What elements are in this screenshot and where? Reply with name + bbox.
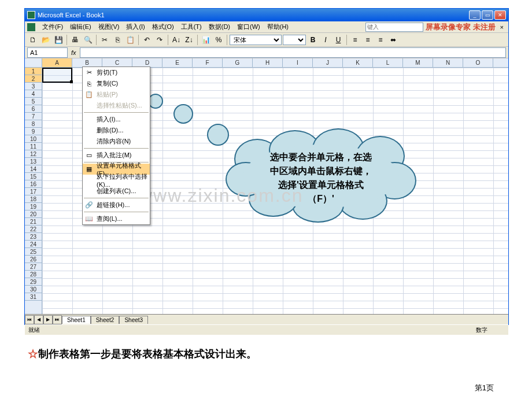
row-header-15[interactable]: 15 bbox=[25, 173, 42, 180]
align-left-button[interactable]: ≡ bbox=[349, 34, 361, 46]
menu-tools[interactable]: 工具(T) bbox=[178, 21, 205, 32]
underline-button[interactable]: U bbox=[332, 34, 344, 46]
minimize-button[interactable]: _ bbox=[469, 10, 481, 20]
context-menu-item[interactable]: ✂剪切(T) bbox=[83, 67, 150, 78]
name-box[interactable] bbox=[27, 47, 68, 58]
zoom-button[interactable]: % bbox=[213, 34, 224, 46]
merge-button[interactable]: ⬌ bbox=[387, 34, 399, 46]
cut-button[interactable]: ✂ bbox=[99, 34, 110, 46]
row-header-7[interactable]: 7 bbox=[25, 113, 42, 120]
menu-data[interactable]: 数据(D) bbox=[205, 21, 234, 32]
context-menu-item[interactable]: 删除(D)... bbox=[83, 125, 150, 136]
row-header-31[interactable]: 31 bbox=[25, 293, 42, 301]
col-header-a[interactable]: A bbox=[42, 58, 72, 67]
fx-icon[interactable]: fx bbox=[71, 49, 76, 56]
font-name-select[interactable]: 宋体 bbox=[230, 35, 282, 45]
context-menu-item[interactable]: 从下拉列表中选择(K)... bbox=[83, 175, 150, 186]
row-header-5[interactable]: 5 bbox=[25, 98, 42, 105]
col-header-k[interactable]: K bbox=[343, 58, 373, 67]
menu-format[interactable]: 格式(O) bbox=[149, 21, 178, 32]
col-header-g[interactable]: G bbox=[223, 58, 253, 67]
col-header-i[interactable]: I bbox=[283, 58, 313, 67]
close-button[interactable]: ✕ bbox=[494, 10, 506, 20]
context-menu-item[interactable]: 清除内容(N) bbox=[83, 136, 150, 147]
sheet-tab-2[interactable]: Sheet2 bbox=[91, 316, 120, 324]
menu-view[interactable]: 视图(V) bbox=[95, 21, 123, 32]
row-header-22[interactable]: 22 bbox=[25, 226, 42, 233]
col-header-n[interactable]: N bbox=[433, 58, 463, 67]
row-header-26[interactable]: 26 bbox=[25, 256, 42, 263]
row-header-3[interactable]: 3 bbox=[25, 83, 42, 90]
preview-button[interactable]: 🔍 bbox=[82, 34, 94, 46]
row-header-10[interactable]: 10 bbox=[25, 135, 42, 143]
align-center-button[interactable]: ≡ bbox=[362, 34, 374, 46]
tab-nav-next[interactable]: ▶ bbox=[43, 315, 53, 324]
context-menu-item[interactable]: ⎘复制(C) bbox=[83, 78, 150, 89]
col-header-e[interactable]: E bbox=[162, 58, 193, 67]
row-header-1[interactable]: 1 bbox=[25, 68, 42, 75]
print-button[interactable]: 🖶 bbox=[69, 34, 81, 46]
menu-insert[interactable]: 插入(I) bbox=[123, 21, 148, 32]
sort-asc-button[interactable]: A↓ bbox=[171, 34, 182, 46]
context-menu-item[interactable]: 📖查阅(L)... bbox=[83, 213, 150, 224]
row-header-11[interactable]: 11 bbox=[25, 143, 42, 150]
document-close-button[interactable]: × bbox=[498, 24, 506, 31]
col-header-c[interactable]: C bbox=[102, 58, 132, 67]
col-header-d[interactable]: D bbox=[132, 58, 162, 67]
row-header-13[interactable]: 13 bbox=[25, 158, 42, 165]
font-size-select[interactable] bbox=[283, 35, 306, 45]
sort-desc-button[interactable]: Z↓ bbox=[183, 34, 195, 46]
select-all-corner[interactable] bbox=[25, 58, 42, 67]
tab-nav-prev[interactable]: ◀ bbox=[34, 315, 43, 324]
menu-help[interactable]: 帮助(H) bbox=[264, 21, 292, 32]
row-header-21[interactable]: 21 bbox=[25, 218, 42, 226]
tab-nav-last[interactable]: ⏭ bbox=[53, 315, 62, 324]
context-menu-item[interactable]: ▭插入批注(M) bbox=[83, 150, 150, 161]
undo-button[interactable]: ↶ bbox=[141, 34, 153, 46]
row-header-25[interactable]: 25 bbox=[25, 248, 42, 256]
row-header-19[interactable]: 19 bbox=[25, 203, 42, 210]
maximize-button[interactable]: ▭ bbox=[482, 10, 493, 20]
copy-button[interactable]: ⎘ bbox=[112, 34, 123, 46]
italic-button[interactable]: I bbox=[320, 34, 331, 46]
help-search-input[interactable] bbox=[365, 23, 423, 32]
row-header-27[interactable]: 27 bbox=[25, 263, 42, 271]
col-header-m[interactable]: M bbox=[403, 58, 433, 67]
open-button[interactable]: 📂 bbox=[40, 34, 51, 46]
row-header-12[interactable]: 12 bbox=[25, 150, 42, 158]
row-header-2[interactable]: 2 bbox=[25, 75, 42, 83]
col-header-o[interactable]: O bbox=[463, 58, 493, 67]
row-header-24[interactable]: 24 bbox=[25, 241, 42, 248]
fill-handle[interactable] bbox=[70, 80, 73, 83]
col-header-h[interactable]: H bbox=[253, 58, 283, 67]
tab-nav-first[interactable]: ⏮ bbox=[25, 315, 34, 324]
row-header-20[interactable]: 20 bbox=[25, 210, 42, 218]
row-header-9[interactable]: 9 bbox=[25, 128, 42, 135]
row-header-14[interactable]: 14 bbox=[25, 165, 42, 173]
context-menu-item[interactable]: 🔗超链接(H)... bbox=[83, 200, 150, 210]
save-button[interactable]: 💾 bbox=[53, 34, 64, 46]
row-header-23[interactable]: 23 bbox=[25, 233, 42, 241]
bold-button[interactable]: B bbox=[307, 34, 319, 46]
row-header-18[interactable]: 18 bbox=[25, 195, 42, 203]
sheet-tab-3[interactable]: Sheet3 bbox=[119, 316, 148, 324]
col-header-f[interactable]: F bbox=[193, 58, 223, 67]
align-right-button[interactable]: ≡ bbox=[375, 34, 386, 46]
menu-edit[interactable]: 编辑(E) bbox=[66, 21, 95, 32]
col-header-j[interactable]: J bbox=[313, 58, 343, 67]
row-header-17[interactable]: 17 bbox=[25, 188, 42, 195]
row-header-30[interactable]: 30 bbox=[25, 286, 42, 293]
menu-window[interactable]: 窗口(W) bbox=[234, 21, 264, 32]
chart-button[interactable]: 📊 bbox=[200, 34, 212, 46]
row-header-29[interactable]: 29 bbox=[25, 278, 42, 286]
sheet-tab-1[interactable]: Sheet1 bbox=[62, 316, 91, 324]
new-button[interactable]: 🗋 bbox=[27, 34, 39, 46]
row-header-6[interactable]: 6 bbox=[25, 105, 42, 113]
row-header-8[interactable]: 8 bbox=[25, 120, 42, 128]
context-menu-item[interactable]: 创建列表(C)... bbox=[83, 186, 150, 197]
row-header-4[interactable]: 4 bbox=[25, 90, 42, 98]
col-header-b[interactable]: B bbox=[72, 58, 102, 67]
redo-button[interactable]: ↷ bbox=[154, 34, 165, 46]
paste-button[interactable]: 📋 bbox=[124, 34, 136, 46]
col-header-l[interactable]: L bbox=[373, 58, 403, 67]
